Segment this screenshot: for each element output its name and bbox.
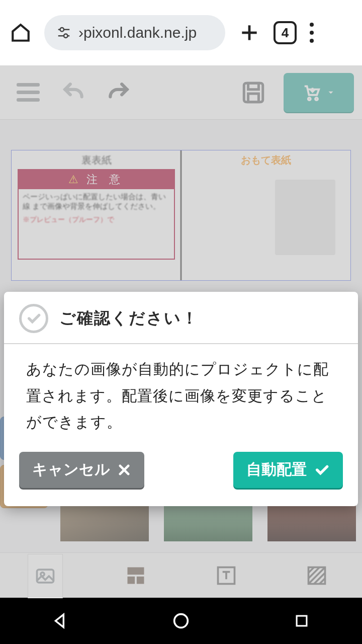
url-text: ›pixonl.dank.ne.jp <box>78 24 197 41</box>
svg-rect-26 <box>297 616 307 626</box>
auto-place-button[interactable]: 自動配置 <box>233 452 343 488</box>
check-icon <box>314 462 330 478</box>
cancel-button[interactable]: キャンセル <box>19 452 144 488</box>
recents-icon[interactable] <box>290 609 314 633</box>
check-circle-icon <box>19 304 48 333</box>
cancel-label: キャンセル <box>32 459 110 480</box>
editor-app: 裏表紙 注 意 ページいっぱいに配置したい場合は、青い線 まで画像や背景を伸ばし… <box>0 65 362 598</box>
svg-point-2 <box>60 28 64 32</box>
confirm-dialog: ご確認ください！ あなたの画像が自動的にプロジェクトに配置されます。配置後に画像… <box>4 292 358 506</box>
close-icon <box>117 463 131 477</box>
home-nav-icon[interactable] <box>169 609 193 633</box>
new-tab-icon[interactable] <box>238 22 260 44</box>
site-settings-icon <box>56 25 71 40</box>
browser-chrome: ›pixonl.dank.ne.jp 4 <box>0 0 362 65</box>
url-bar[interactable]: ›pixonl.dank.ne.jp <box>44 15 225 50</box>
back-icon[interactable] <box>48 609 72 633</box>
dialog-title: ご確認ください！ <box>59 307 199 330</box>
tab-count: 4 <box>282 25 289 41</box>
svg-point-3 <box>64 34 68 38</box>
confirm-label: 自動配置 <box>246 459 307 480</box>
overflow-menu-icon[interactable] <box>310 23 314 43</box>
dialog-body: あなたの画像が自動的にプロジェクトに配置されます。配置後に画像を変更することがで… <box>4 344 358 441</box>
android-nav-bar <box>0 598 362 644</box>
svg-point-25 <box>174 614 188 628</box>
home-icon[interactable] <box>10 22 31 43</box>
tab-switcher[interactable]: 4 <box>274 21 297 44</box>
